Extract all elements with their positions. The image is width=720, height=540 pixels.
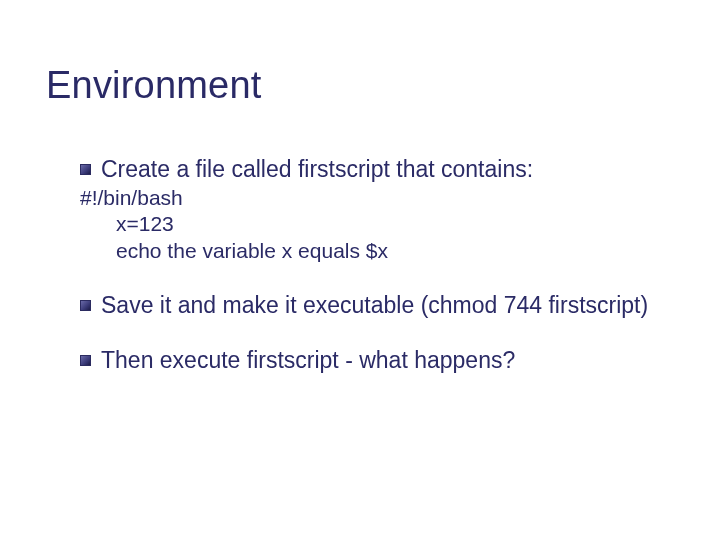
bullet-icon [80, 355, 91, 366]
list-item-text: Create a file called firstscript that co… [101, 156, 533, 183]
code-block: #!/bin/bash x=123 echo the variable x eq… [80, 185, 660, 264]
list-item-text: Save it and make it executable (chmod 74… [101, 292, 648, 319]
list-item: Create a file called firstscript that co… [80, 156, 660, 183]
list-item: Then execute firstscript - what happens? [80, 347, 660, 374]
list-item: Save it and make it executable (chmod 74… [80, 292, 660, 319]
slide-body: Create a file called firstscript that co… [80, 150, 660, 374]
slide: Environment Create a file called firstsc… [0, 0, 720, 540]
slide-title: Environment [46, 64, 262, 107]
list-item-text: Then execute firstscript - what happens? [101, 347, 515, 374]
code-line: #!/bin/bash [80, 185, 660, 211]
code-line: x=123 [80, 211, 660, 237]
bullet-icon [80, 164, 91, 175]
bullet-icon [80, 300, 91, 311]
code-line: echo the variable x equals $x [80, 238, 660, 264]
